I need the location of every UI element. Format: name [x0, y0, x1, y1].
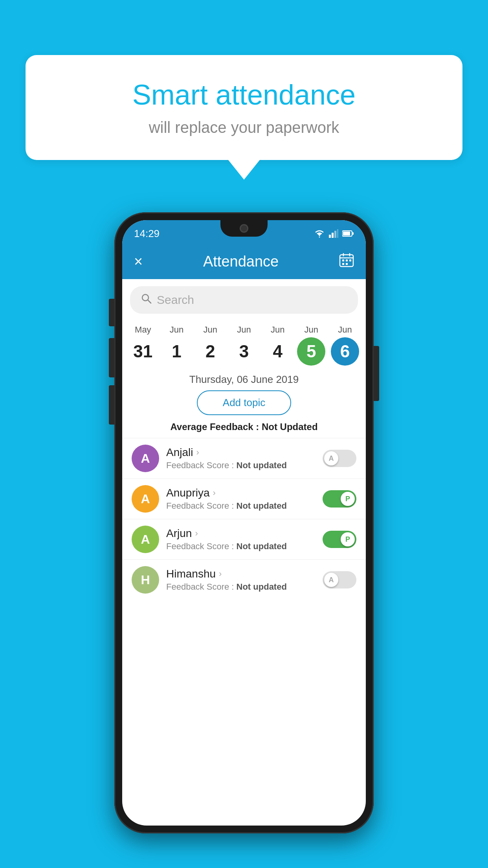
student-name: Anupriya ›: [166, 487, 316, 499]
student-feedback: Feedback Score : Not updated: [166, 501, 316, 511]
attendance-toggle[interactable]: P: [323, 531, 356, 548]
student-name: Himanshu ›: [166, 568, 316, 580]
phone-button-volume-down: [109, 385, 114, 425]
student-feedback: Feedback Score : Not updated: [166, 582, 316, 592]
status-icons: [314, 229, 354, 238]
student-name: Arjun ›: [166, 527, 316, 540]
svg-rect-2: [332, 233, 334, 238]
student-item[interactable]: A Anjali › Feedback Score : Not updated …: [122, 438, 366, 478]
student-feedback: Feedback Score : Not updated: [166, 460, 316, 471]
attendance-toggle[interactable]: P: [323, 490, 356, 508]
student-feedback: Feedback Score : Not updated: [166, 541, 316, 552]
battery-icon: [342, 230, 354, 237]
calendar-icon[interactable]: [339, 252, 354, 270]
toggle-knob: P: [341, 492, 355, 506]
svg-rect-4: [337, 229, 338, 238]
avg-feedback: Average Feedback : Not Updated: [122, 421, 366, 432]
calendar-day-2[interactable]: Jun 2: [194, 325, 226, 366]
speech-bubble: Smart attendance will replace your paper…: [26, 55, 462, 160]
phone-button-volume-mid: [109, 338, 114, 377]
phone-button-volume-up: [109, 299, 114, 326]
student-info: Anjali › Feedback Score : Not updated: [166, 446, 316, 471]
student-avatar: A: [132, 526, 159, 553]
svg-rect-16: [346, 263, 348, 265]
phone-camera: [240, 224, 248, 233]
student-list: A Anjali › Feedback Score : Not updated …: [122, 438, 366, 600]
search-icon: [141, 293, 152, 307]
student-info: Anupriya › Feedback Score : Not updated: [166, 487, 316, 511]
toggle-knob: A: [324, 451, 338, 465]
student-item[interactable]: A Arjun › Feedback Score : Not updated P: [122, 519, 366, 559]
svg-rect-3: [334, 231, 336, 238]
student-info: Himanshu › Feedback Score : Not updated: [166, 568, 316, 592]
calendar-day-3[interactable]: Jun 3: [228, 325, 260, 366]
calendar-row: May 31 Jun 1 Jun 2 Jun 3 Jun 4 Jun 5 Jun…: [122, 321, 366, 366]
avg-feedback-label: Average Feedback :: [170, 421, 259, 432]
close-button[interactable]: ×: [134, 253, 143, 270]
calendar-day-1[interactable]: Jun 1: [161, 325, 193, 366]
toggle-knob: P: [341, 532, 355, 546]
toggle-knob: A: [324, 573, 338, 587]
status-time: 14:29: [134, 228, 160, 240]
phone-container: 14:29: [114, 212, 374, 833]
phone-notch: [220, 220, 268, 237]
student-avatar: A: [132, 445, 159, 472]
calendar-day-4[interactable]: Jun 4: [262, 325, 294, 366]
phone-button-power: [374, 346, 379, 401]
app-header: × Attendance: [122, 244, 366, 279]
calendar-day-6[interactable]: Jun 6: [329, 325, 361, 366]
speech-bubble-arrow: [228, 160, 260, 180]
svg-line-18: [148, 300, 151, 303]
header-title: Attendance: [203, 253, 279, 270]
student-item[interactable]: A Anupriya › Feedback Score : Not update…: [122, 478, 366, 519]
student-info: Arjun › Feedback Score : Not updated: [166, 527, 316, 552]
phone-screen: 14:29: [122, 220, 366, 826]
chevron-right-icon: ›: [219, 569, 222, 579]
wifi-icon: [314, 229, 325, 238]
svg-rect-15: [342, 263, 344, 265]
add-topic-button[interactable]: Add topic: [197, 390, 291, 415]
svg-rect-7: [343, 232, 350, 235]
speech-bubble-container: Smart attendance will replace your paper…: [26, 55, 462, 180]
search-placeholder: Search: [157, 293, 194, 307]
student-avatar: A: [132, 485, 159, 513]
calendar-day-5[interactable]: Jun 5: [295, 325, 327, 366]
speech-bubble-subtitle: will replace your paperwork: [57, 119, 431, 136]
search-bar[interactable]: Search: [130, 286, 358, 314]
student-item[interactable]: H Himanshu › Feedback Score : Not update…: [122, 559, 366, 600]
chevron-right-icon: ›: [196, 447, 199, 458]
svg-rect-1: [329, 235, 331, 238]
attendance-toggle[interactable]: A: [323, 571, 356, 588]
chevron-right-icon: ›: [195, 528, 198, 539]
svg-rect-12: [342, 259, 344, 261]
svg-rect-6: [352, 232, 354, 235]
signal-icon: [329, 229, 338, 238]
phone-outer: 14:29: [114, 212, 374, 833]
attendance-toggle[interactable]: A: [323, 450, 356, 467]
svg-rect-14: [349, 259, 351, 261]
student-avatar: H: [132, 566, 159, 594]
chevron-right-icon: ›: [213, 488, 216, 498]
student-name: Anjali ›: [166, 446, 316, 459]
selected-date: Thursday, 06 June 2019: [122, 373, 366, 386]
svg-rect-13: [346, 259, 348, 261]
avg-feedback-value: Not Updated: [262, 421, 318, 432]
speech-bubble-title: Smart attendance: [57, 79, 431, 111]
calendar-day-31[interactable]: May 31: [127, 325, 159, 366]
